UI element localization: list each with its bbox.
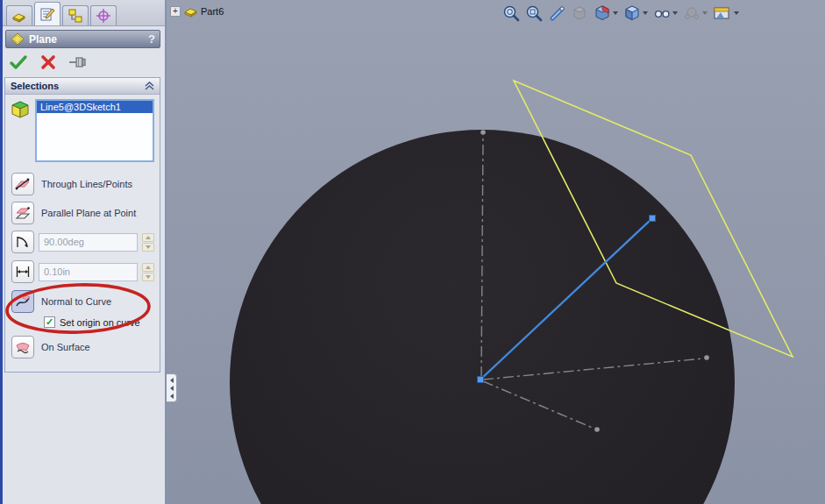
panel-splitter-handle[interactable]: [167, 373, 177, 402]
parallel-plane-at-point-button[interactable]: [11, 202, 34, 224]
section-view-button[interactable]: [593, 4, 619, 23]
configuration-manager-icon: [68, 8, 83, 24]
part-icon: [183, 4, 198, 18]
spin-down-icon: [146, 275, 151, 279]
distance-icon: [15, 265, 31, 279]
dropdown-caret-icon[interactable]: [734, 11, 739, 15]
hide-show-items-button[interactable]: [682, 4, 708, 23]
angle-button[interactable]: [11, 231, 34, 253]
hide-show-items-icon: [683, 4, 701, 22]
angle-row: 90.00deg: [5, 227, 160, 257]
sketch-endpoint-dot[interactable]: [480, 130, 486, 135]
angle-input[interactable]: 90.00deg: [39, 233, 138, 252]
zoom-to-area-button[interactable]: [524, 4, 544, 23]
sketch-point-handle[interactable]: [650, 216, 656, 222]
sketch-point-handle[interactable]: [478, 377, 484, 383]
view-orientation-icon: [623, 4, 641, 22]
distance-spinner: [142, 263, 154, 281]
display-style-icon: [653, 4, 671, 22]
spin-up-icon: [146, 266, 151, 269]
propertymanager-tab[interactable]: [34, 2, 60, 25]
dimxpert-icon: [96, 8, 111, 24]
rotate-view-icon: [571, 4, 588, 22]
through-lines-points-row: Through Lines/Points: [5, 169, 160, 198]
featuremanager-tab[interactable]: [6, 5, 32, 25]
distance-row: 0.10in: [5, 257, 160, 287]
angle-icon: [15, 235, 31, 249]
through-lines-points-button[interactable]: [11, 173, 34, 195]
distance-spin-down-button[interactable]: [142, 273, 154, 281]
set-origin-on-curve-label: Set origin on curve: [60, 317, 140, 328]
pin-button[interactable]: [68, 54, 89, 70]
selection-listbox[interactable]: Line5@3DSketch1: [35, 99, 154, 162]
plane-feature-icon: [11, 32, 25, 46]
sketch-endpoint-dot[interactable]: [704, 355, 709, 360]
zoom-to-fit-icon: [502, 4, 520, 22]
on-surface-row: On Surface: [5, 332, 160, 361]
zoom-in-out-button[interactable]: [547, 4, 566, 23]
apply-scene-icon: [713, 4, 732, 22]
dropdown-caret-icon[interactable]: [702, 11, 708, 15]
chevron-up-icon[interactable]: [145, 82, 154, 90]
property-manager-panel: Plane ? Selections: [0, 0, 167, 504]
heads-up-view-toolbar: [501, 4, 740, 23]
set-origin-on-curve-row: ✓ Set origin on curve: [5, 316, 160, 332]
property-manager-icon: [39, 6, 55, 22]
section-view-icon: [594, 4, 611, 22]
display-style-button[interactable]: [652, 4, 679, 23]
reference-selection-row: Line5@3DSketch1: [5, 95, 160, 169]
apply-scene-button[interactable]: [712, 4, 740, 23]
set-origin-on-curve-checkbox[interactable]: ✓: [44, 316, 55, 328]
viewport-scene: [167, 0, 825, 504]
selections-groupbox: Selections Line5@3DSketch1: [4, 77, 160, 373]
sketch-endpoint-dot[interactable]: [594, 427, 600, 432]
cancel-button[interactable]: [40, 54, 56, 70]
normal-to-curve-icon: [15, 295, 31, 309]
on-surface-button[interactable]: [11, 336, 34, 358]
dimxpert-tab[interactable]: [90, 5, 117, 25]
dropdown-caret-icon[interactable]: [613, 11, 618, 15]
checkmark-icon: ✓: [46, 317, 53, 327]
normal-to-curve-button[interactable]: [11, 290, 34, 313]
through-lines-points-icon: [15, 177, 31, 191]
zoom-to-fit-button[interactable]: [501, 4, 521, 23]
ok-button[interactable]: [9, 54, 28, 70]
part-name-label[interactable]: Part6: [201, 6, 224, 17]
help-button[interactable]: ?: [148, 32, 155, 46]
zoom-to-area-icon: [525, 4, 543, 22]
rotate-view-button[interactable]: [570, 4, 589, 23]
spin-down-icon: [146, 245, 151, 249]
parallel-plane-at-point-label: Parallel Plane at Point: [41, 208, 136, 218]
parallel-plane-at-point-row: Parallel Plane at Point: [5, 198, 160, 227]
tree-expand-button[interactable]: +: [170, 6, 181, 17]
configurationmanager-tab[interactable]: [62, 5, 89, 25]
distance-spin-up-button[interactable]: [142, 263, 154, 272]
zoom-in-out-icon: [548, 4, 565, 22]
distance-button[interactable]: [11, 260, 34, 283]
distance-input[interactable]: 0.10in: [39, 263, 138, 281]
reference-entity-cube-icon: [10, 99, 31, 120]
flyout-feature-tree: + Part6: [170, 4, 224, 18]
view-orientation-button[interactable]: [622, 4, 649, 23]
angle-spin-up-button[interactable]: [142, 233, 154, 242]
selection-list-item[interactable]: Line5@3DSketch1: [37, 101, 153, 113]
selections-group-header[interactable]: Selections: [5, 78, 160, 95]
dropdown-caret-icon[interactable]: [643, 11, 648, 15]
property-manager-title-bar: Plane ?: [5, 30, 160, 48]
angle-spin-down-button[interactable]: [142, 243, 154, 252]
panel-title: Plane: [29, 33, 57, 46]
collapse-left-icon: [170, 394, 174, 399]
graphics-viewport[interactable]: + Part6: [167, 0, 825, 504]
collapse-left-icon: [170, 386, 174, 391]
window-edge: [0, 0, 3, 504]
normal-to-curve-label: Normal to Curve: [41, 296, 111, 307]
spin-up-icon: [146, 236, 151, 239]
angle-spinner: [142, 233, 154, 252]
selections-title: Selections: [11, 81, 59, 91]
normal-to-curve-row: Normal to Curve: [5, 287, 160, 316]
part-icon: [11, 9, 27, 23]
through-lines-points-label: Through Lines/Points: [41, 179, 132, 189]
solidworks-window: Plane ? Selections: [0, 0, 825, 504]
parallel-plane-at-point-icon: [15, 206, 31, 220]
dropdown-caret-icon[interactable]: [672, 11, 678, 15]
